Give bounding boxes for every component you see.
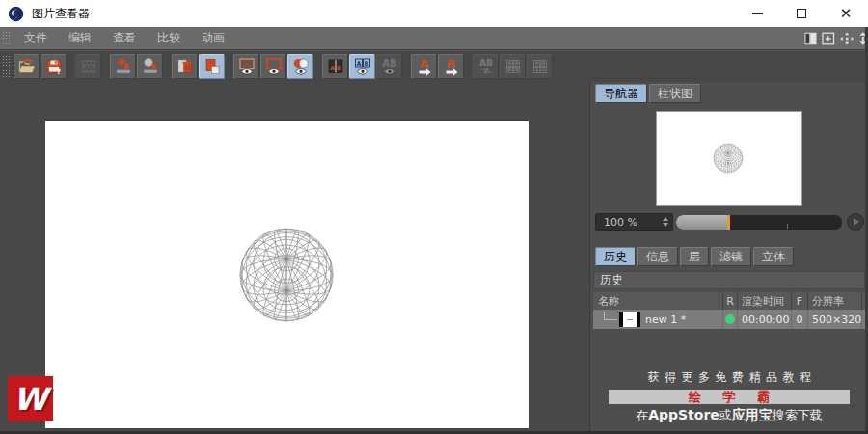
render-status-icon bbox=[725, 314, 735, 324]
svg-text:B: B bbox=[514, 60, 518, 66]
side-panel: 导航器 柱状图 100 % bbox=[589, 82, 868, 434]
render-thumbnail bbox=[619, 312, 640, 327]
menu-file[interactable]: 文件 bbox=[16, 30, 55, 46]
image-canvas[interactable] bbox=[45, 121, 529, 428]
overlay-ab-button[interactable]: AB bbox=[349, 54, 375, 79]
view-a-icon bbox=[237, 57, 257, 76]
tree-branch-icon bbox=[604, 312, 617, 320]
compare-ab-button[interactable] bbox=[287, 54, 313, 79]
open-button[interactable] bbox=[14, 54, 40, 79]
view-b-button[interactable] bbox=[260, 54, 286, 79]
watermark-letter: W bbox=[14, 384, 47, 415]
object-down-icon bbox=[141, 57, 160, 76]
set-b-icon: B bbox=[442, 57, 461, 76]
minimize-button[interactable] bbox=[735, 0, 779, 27]
zoom-stepper[interactable] bbox=[663, 217, 668, 227]
column-resolution: 分辨率 bbox=[808, 292, 862, 310]
tab-filter[interactable]: 滤镜 bbox=[711, 247, 751, 266]
zoom-level-field[interactable]: 100 % bbox=[595, 213, 673, 231]
tab-histogram[interactable]: 柱状图 bbox=[649, 84, 701, 103]
delete-image-button[interactable] bbox=[172, 54, 198, 79]
history-section-title: 历史 bbox=[593, 271, 865, 289]
view-a-button[interactable] bbox=[233, 54, 259, 79]
frame-value: 0 bbox=[792, 310, 808, 329]
svg-text:A: A bbox=[329, 65, 334, 72]
duplicate-image-button[interactable] bbox=[199, 54, 225, 79]
minimize-icon bbox=[752, 13, 763, 14]
svg-text:B: B bbox=[541, 60, 545, 66]
ad-text-or: 或 bbox=[719, 408, 732, 422]
app-icon bbox=[8, 6, 24, 22]
navigator-preview-image bbox=[657, 112, 801, 205]
cache-icon bbox=[79, 57, 98, 76]
zoom-slider-tick bbox=[787, 224, 788, 229]
toolbar: ?ABABABABABABBAAB123 bbox=[0, 50, 868, 82]
set-a-icon: A bbox=[415, 57, 434, 76]
tab-stereo[interactable]: 立体 bbox=[753, 247, 794, 266]
onion-ab-button: AB bbox=[376, 54, 402, 79]
cache-button bbox=[75, 54, 101, 79]
onion-ab-icon: AB bbox=[380, 57, 399, 76]
menu-edit[interactable]: 编辑 bbox=[61, 30, 99, 46]
add-panel-icon[interactable] bbox=[822, 32, 834, 45]
split-pane-icon[interactable] bbox=[804, 32, 817, 45]
render-time-value: 00:00:00 bbox=[738, 310, 792, 329]
detail-tabs: 历史 信息 层 滤镜 立体 bbox=[595, 247, 868, 266]
zoom-slider[interactable] bbox=[676, 215, 842, 230]
navigator-preview[interactable] bbox=[656, 111, 802, 206]
save-icon: ? bbox=[44, 57, 64, 76]
menu-compare[interactable]: 比较 bbox=[149, 30, 188, 46]
navigator-tabs: 导航器 柱状图 bbox=[595, 84, 868, 103]
object-down-button[interactable] bbox=[137, 54, 163, 79]
history-table: 名称 R 渲染时间 F 分辨率 new 1 * 00:00:00 0 500×3… bbox=[593, 292, 865, 329]
ad-download-hint: 在AppStore或应用宝搜索下载 bbox=[590, 407, 868, 424]
toolbar-grip[interactable] bbox=[2, 55, 11, 78]
compare-ab-icon bbox=[291, 57, 311, 76]
grid-ab-button: ABBA bbox=[500, 54, 526, 79]
slider-options-button[interactable] bbox=[847, 213, 864, 231]
title-bar: 图片查看器 ✕ bbox=[0, 0, 868, 27]
close-button[interactable]: ✕ bbox=[824, 0, 868, 27]
ad-brand-name: 绘 学 霸 bbox=[680, 389, 778, 406]
save-button[interactable]: ? bbox=[41, 54, 67, 79]
swap-ab-icon: AB bbox=[476, 57, 496, 76]
zoom-level-value: 100 % bbox=[604, 216, 637, 229]
column-render-time: 渲染时间 bbox=[738, 292, 792, 310]
svg-text:AB: AB bbox=[479, 58, 493, 68]
split-ab-icon: AB bbox=[326, 57, 345, 76]
maximize-button[interactable] bbox=[779, 0, 824, 27]
svg-text:A: A bbox=[514, 67, 518, 72]
menu-animation[interactable]: 动画 bbox=[194, 30, 232, 46]
close-icon: ✕ bbox=[840, 7, 853, 21]
svg-text:B: B bbox=[507, 67, 511, 72]
tab-layer[interactable]: 层 bbox=[680, 247, 709, 266]
layer-down-button[interactable] bbox=[110, 54, 136, 79]
set-b-button[interactable]: B bbox=[438, 54, 464, 79]
set-a-button[interactable]: A bbox=[411, 54, 437, 79]
svg-text:A: A bbox=[507, 60, 511, 66]
open-icon bbox=[17, 57, 37, 76]
tab-info[interactable]: 信息 bbox=[637, 247, 678, 266]
tab-history[interactable]: 历史 bbox=[595, 247, 636, 266]
rendered-image bbox=[45, 121, 529, 428]
ad-text-prefix: 在 bbox=[636, 408, 648, 422]
history-row[interactable]: new 1 * 00:00:00 0 500×320 bbox=[593, 310, 865, 329]
zoom-slider-thumb[interactable] bbox=[727, 215, 730, 230]
column-r: R bbox=[723, 292, 738, 310]
overlay-ab-icon: AB bbox=[353, 57, 372, 76]
menu-grip[interactable] bbox=[2, 31, 11, 46]
render-name: new 1 * bbox=[645, 313, 686, 326]
svg-text:123: 123 bbox=[534, 67, 545, 72]
grid-frames-icon: AB123 bbox=[530, 57, 550, 76]
svg-text:A: A bbox=[356, 60, 361, 68]
ad-text-suffix: 搜索下载 bbox=[773, 408, 823, 422]
tab-navigator[interactable]: 导航器 bbox=[595, 84, 647, 103]
move-panel-icon[interactable] bbox=[840, 32, 854, 45]
svg-text:A: A bbox=[420, 58, 428, 70]
stepper-up-icon bbox=[663, 217, 668, 221]
stepper-down-icon bbox=[663, 223, 668, 227]
svg-text:B: B bbox=[447, 58, 454, 70]
menu-view[interactable]: 查看 bbox=[105, 30, 144, 46]
split-ab-button[interactable]: AB bbox=[322, 54, 348, 79]
maximize-icon bbox=[797, 9, 806, 18]
